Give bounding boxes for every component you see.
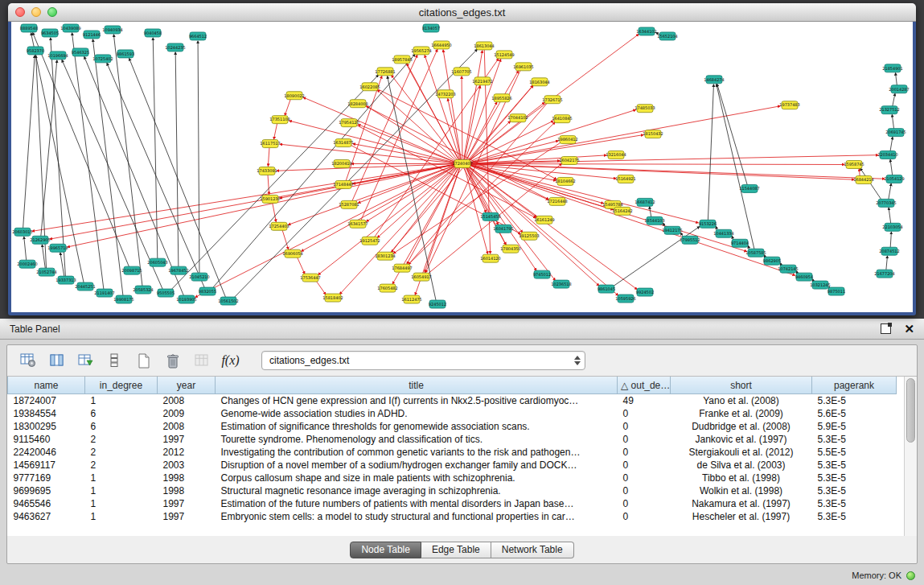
graph-node[interactable]: 9153226 (699, 220, 717, 228)
graph-node[interactable]: 9714404 (731, 239, 749, 247)
column-header-name[interactable]: name (8, 377, 85, 394)
table-row[interactable]: 2242004622012Investigating the contribut… (8, 446, 897, 459)
graph-node[interactable]: 14732203 (435, 90, 455, 98)
graph-node[interactable]: 9245012 (429, 300, 446, 308)
graph-edge[interactable] (113, 35, 142, 286)
cell-short[interactable]: Franke et al. (2009) (671, 407, 812, 420)
graph-node[interactable]: 20691745 (885, 129, 906, 137)
cell-year[interactable]: 1997 (158, 433, 216, 446)
cell-title[interactable]: Corpus callosum shape and size in male p… (216, 472, 618, 484)
cell-name[interactable]: 9699695 (8, 484, 85, 497)
cell-year[interactable]: 1997 (158, 510, 216, 523)
graph-edge[interactable] (33, 32, 129, 266)
cell-out_degree[interactable]: 0 (618, 472, 671, 484)
graph-node[interactable]: 21054129 (884, 175, 904, 183)
graph-edge[interactable] (443, 50, 461, 160)
graph-node[interactable]: 20605043 (147, 258, 167, 266)
graph-edge[interactable] (268, 148, 269, 167)
new-table-button[interactable] (133, 350, 154, 371)
cell-in_degree[interactable]: 2 (85, 446, 158, 459)
cell-pagerank[interactable]: 5.9E-5 (812, 420, 897, 433)
graph-node[interactable]: 19337313 (55, 276, 76, 284)
graph-node[interactable]: 20014287 (889, 85, 909, 93)
graph-edge[interactable] (613, 227, 700, 287)
function-builder-button[interactable]: f(x) (220, 350, 241, 371)
graph-node[interactable]: 22034410 (877, 151, 897, 159)
graph-node[interactable]: 16161249 (534, 216, 554, 224)
cell-title[interactable]: Changes of HCN gene expression and I(f) … (216, 394, 618, 408)
cell-short[interactable]: Hescheler et al. (1997) (671, 510, 812, 523)
graph-node[interactable]: 18613044 (474, 42, 494, 50)
graph-node[interactable]: 9121446 (83, 31, 101, 39)
graph-node[interactable]: 13216044 (606, 151, 626, 159)
graph-node[interactable]: 19125472 (359, 237, 380, 245)
graph-node[interactable]: 9875011 (827, 287, 845, 295)
cell-title[interactable]: Genome-wide association studies in ADHD. (216, 407, 618, 420)
edit-table-button[interactable] (75, 350, 97, 371)
graph-edge[interactable] (892, 114, 893, 128)
graph-node[interactable]: 9832055 (199, 287, 216, 295)
graph-node[interactable]: 10321245 (810, 281, 830, 289)
cell-short[interactable]: Nakamura et al. (1997) (671, 497, 812, 510)
cell-name[interactable]: 14569117 (8, 459, 85, 472)
graph-node[interactable]: 9634505 (41, 29, 59, 37)
table-selector-dropdown[interactable]: citations_edges.txt (261, 351, 585, 370)
graph-node[interactable]: 20770345 (876, 199, 896, 207)
graph-node[interactable]: 16906054 (282, 249, 302, 257)
graph-node[interactable]: 19737483 (779, 101, 799, 109)
cell-title[interactable]: Embryonic stem cells: a model to study s… (216, 510, 618, 523)
graph-node[interactable]: 20603015 (12, 228, 32, 236)
column-header-pagerank[interactable]: pagerank (812, 377, 897, 394)
cell-title[interactable]: Structural magnetic resonance image aver… (216, 484, 618, 497)
cell-year[interactable]: 1998 (158, 484, 216, 497)
graph-node[interactable]: 17804350 (500, 245, 520, 253)
cell-short[interactable]: Yano et al. (2008) (671, 394, 812, 408)
graph-node[interactable]: 17485033 (634, 105, 655, 113)
graph-node[interactable]: 18955826 (491, 94, 511, 102)
graph-node[interactable]: 11607705 (451, 68, 471, 76)
graph-edge[interactable] (297, 257, 305, 274)
graph-node[interactable]: 9460954 (795, 273, 813, 281)
cell-pagerank[interactable]: 5.3E-5 (812, 484, 897, 497)
cell-year[interactable]: 2008 (158, 420, 216, 433)
cell-out_degree[interactable]: 0 (618, 484, 671, 497)
graph-edge[interactable] (273, 203, 277, 221)
delete-table-button[interactable] (162, 350, 183, 371)
graph-node[interactable]: 16054917 (411, 273, 431, 281)
graph-node[interactable]: 9664512 (189, 32, 207, 40)
graph-node[interactable]: 9040458 (144, 29, 162, 37)
cell-year[interactable]: 2003 (158, 459, 216, 472)
graph-edge[interactable] (51, 38, 66, 276)
graph-node[interactable]: 15818402 (322, 294, 343, 302)
graph-node[interactable]: 17240407 (452, 160, 472, 168)
cell-out_degree[interactable]: 0 (618, 459, 671, 472)
cell-short[interactable]: de Silva et al. (2003) (671, 459, 812, 472)
graph-edge[interactable] (889, 208, 891, 223)
table-row[interactable]: 946554611997Estimation of the future num… (8, 497, 897, 510)
graph-node[interactable]: 18957843 (392, 56, 412, 64)
graph-node[interactable]: 17044102 (507, 114, 528, 122)
cell-year[interactable]: 2008 (158, 394, 216, 408)
graph-node[interactable]: 16117517 (260, 140, 280, 148)
graph-node[interactable]: 18284008 (347, 100, 368, 108)
graph-edge[interactable] (462, 76, 462, 160)
graph-node[interactable]: 20445251 (75, 282, 95, 290)
cell-in_degree[interactable]: 1 (85, 394, 158, 408)
graph-node[interactable]: 18150432 (643, 130, 663, 138)
cell-title[interactable]: Estimation of significance thresholds fo… (216, 420, 618, 433)
graph-node[interactable]: 16844214 (853, 175, 873, 183)
graph-node[interactable]: 17351108 (269, 116, 290, 124)
graph-node[interactable]: 21854901 (882, 64, 902, 72)
cell-out_degree[interactable]: 0 (618, 446, 671, 459)
graph-node[interactable]: 10587585 (745, 249, 766, 257)
graph-node[interactable]: 10725402 (92, 55, 113, 63)
cell-in_degree[interactable]: 1 (85, 472, 158, 484)
graph-edge[interactable] (273, 123, 277, 139)
network-graph[interactable]: 1724040716054917176844971830123419125472… (11, 22, 913, 312)
cell-year[interactable]: 1997 (158, 497, 216, 510)
graph-edge[interactable] (708, 84, 713, 220)
cell-short[interactable]: Tibbo et al. (1998) (671, 472, 812, 484)
cell-name[interactable]: 22420046 (8, 446, 85, 459)
graph-node[interactable]: 16687412 (634, 198, 655, 206)
cell-short[interactable]: Dudbridge et al. (2008) (671, 420, 812, 433)
